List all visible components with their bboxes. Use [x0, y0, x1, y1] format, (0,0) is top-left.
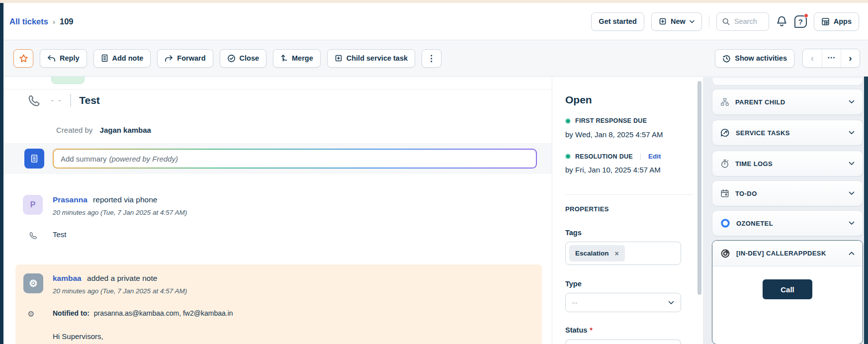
- content-divider: [3, 89, 552, 89]
- created-by-row: Created by Jagan kambaa: [56, 126, 151, 134]
- summary-placeholder: Add summary: [61, 155, 107, 163]
- next-ticket-button[interactable]: ›: [841, 49, 860, 67]
- widget-label: OZONETEL: [736, 220, 773, 227]
- reply-icon: [47, 55, 56, 62]
- status-label-text: Status: [565, 326, 587, 334]
- page-header: All tickets › 109 Get started New ?: [3, 3, 868, 40]
- created-by-label: Created by: [56, 126, 92, 134]
- resolution-due-date: by Fri, Jan 10, 2025 4:57 AM: [565, 166, 661, 174]
- type-value: --: [572, 299, 578, 307]
- new-label: New: [671, 17, 686, 25]
- child-service-task-button[interactable]: Child service task: [327, 49, 415, 68]
- add-note-button[interactable]: Add note: [93, 49, 151, 68]
- widget-callerappdesk: [IN-DEV] CALLERAPPDESK Call: [712, 240, 863, 344]
- message-header: Prasanna reported via phone: [53, 195, 157, 204]
- breadcrumb-all-tickets[interactable]: All tickets: [9, 17, 48, 26]
- message-body: Test: [53, 230, 67, 239]
- gear-outline-icon: ⚙: [27, 309, 34, 319]
- widget-ozonetel[interactable]: OZONETEL: [712, 210, 863, 236]
- phone-channel-icon: [27, 94, 40, 107]
- avatar: P: [23, 195, 43, 215]
- notified-to-label: Notified to:: [53, 309, 89, 317]
- more-vertical-icon: ⋮: [427, 53, 436, 64]
- widget-parent-child[interactable]: PARENT CHILD: [712, 89, 863, 115]
- search-input[interactable]: [734, 17, 765, 25]
- properties-scrollbar[interactable]: [697, 81, 701, 295]
- green-status-dot-icon: [565, 154, 571, 159]
- ticket-header: - - Test: [27, 94, 100, 107]
- remove-tag-icon[interactable]: ×: [615, 250, 619, 258]
- scrolled-tab-remnant: [51, 77, 85, 84]
- search-box[interactable]: [716, 12, 769, 31]
- widget-service-tasks[interactable]: SERVICE TASKS: [712, 120, 863, 146]
- widget-label: SERVICE TASKS: [736, 129, 790, 137]
- close-label: Close: [240, 54, 260, 62]
- gear-icon: ⚙: [29, 277, 38, 289]
- show-activities-label: Show activities: [735, 54, 787, 62]
- widget-time-logs[interactable]: TIME LOGS: [712, 151, 863, 176]
- page-scrollbar[interactable]: [864, 77, 868, 344]
- help-icon[interactable]: ?: [794, 15, 807, 28]
- status-field-label: Status*: [565, 326, 593, 334]
- close-button[interactable]: Close: [220, 49, 267, 68]
- breadcrumb: All tickets › 109: [9, 17, 73, 26]
- more-actions-button[interactable]: ⋮: [422, 49, 441, 68]
- chevron-down-icon: [849, 131, 855, 135]
- note-timestamp: 20 minutes ago (Tue, 7 Jan 2025 at 4:57 …: [53, 287, 187, 295]
- reply-button[interactable]: Reply: [40, 49, 87, 68]
- more-horizontal-icon: ⋯: [827, 53, 836, 62]
- merge-label: Merge: [292, 54, 313, 62]
- get-started-label: Get started: [599, 17, 637, 25]
- note-author[interactable]: kambaa: [53, 274, 82, 282]
- new-button[interactable]: New: [651, 12, 702, 31]
- note-body: Hi Supervisors,: [53, 332, 103, 341]
- plus-square-icon: [335, 54, 343, 62]
- forward-icon: [165, 55, 173, 62]
- show-activities-button[interactable]: Show activities: [715, 49, 794, 68]
- apps-grid-icon: [821, 17, 830, 26]
- get-started-button[interactable]: Get started: [591, 12, 644, 31]
- freddy-summary-icon[interactable]: [24, 149, 44, 169]
- ticket-status-heading: Open: [565, 94, 592, 106]
- summary-input-border: Add summary (powered by Freddy): [53, 149, 537, 169]
- note-header: kambaa added a private note: [53, 274, 157, 283]
- calendar-icon: [720, 189, 729, 198]
- call-button[interactable]: Call: [763, 279, 812, 299]
- conversation-panel: - - Test Created by Jagan kambaa Add sum…: [3, 77, 552, 344]
- header-actions: Get started New ?: [591, 12, 859, 31]
- note-notified-row: Notified to: prasanna.as@kambaa.com, fw2…: [53, 309, 233, 317]
- callerappdesk-header[interactable]: [IN-DEV] CALLERAPPDESK: [712, 241, 863, 266]
- chevron-down-icon: [849, 162, 855, 166]
- type-select[interactable]: --: [565, 293, 681, 312]
- summary-input[interactable]: Add summary (powered by Freddy): [54, 150, 536, 168]
- apps-button[interactable]: Apps: [814, 12, 859, 31]
- summary-placeholder-hint: (powered by Freddy): [109, 155, 178, 163]
- created-by-name: Jagan kambaa: [100, 126, 151, 134]
- widget-label: PARENT CHILD: [735, 98, 785, 106]
- child-service-task-label: Child service task: [347, 54, 408, 62]
- apps-sidebar: PARENT CHILD SERVICE TASKS TIME LOGS: [703, 77, 868, 344]
- merge-button[interactable]: Merge: [273, 49, 321, 68]
- favorite-star-button[interactable]: [13, 49, 33, 68]
- forward-label: Forward: [177, 54, 205, 62]
- notified-to-emails: prasanna.as@kambaa.com, fw2@kambaa.in: [94, 309, 233, 317]
- message-author[interactable]: Prasanna: [53, 195, 87, 204]
- widget-to-do[interactable]: TO-DO: [712, 180, 863, 206]
- ozonetel-ring-icon: [720, 218, 730, 228]
- ticket-list-menu-button[interactable]: ⋯: [822, 49, 841, 67]
- chevron-up-icon: [849, 252, 855, 256]
- ticket-title: Test: [79, 94, 100, 106]
- summary-strip: Add summary (powered by Freddy): [3, 143, 552, 174]
- chevron-right-icon: ›: [849, 53, 852, 64]
- tags-input[interactable]: Escalation ×: [565, 242, 681, 265]
- chevron-down-icon: [849, 191, 855, 195]
- edit-resolution-due-link[interactable]: Edit: [648, 153, 661, 160]
- forward-button[interactable]: Forward: [157, 49, 213, 68]
- green-status-dot-icon: [565, 118, 571, 124]
- notifications-bell-icon[interactable]: [776, 15, 787, 27]
- status-select[interactable]: [565, 340, 681, 344]
- help-notification-dot: [804, 13, 808, 18]
- system-gear-avatar: ⚙: [23, 273, 43, 293]
- previous-ticket-button[interactable]: ‹: [803, 49, 822, 67]
- ticket-nav-group: ‹ ⋯ ›: [802, 49, 860, 68]
